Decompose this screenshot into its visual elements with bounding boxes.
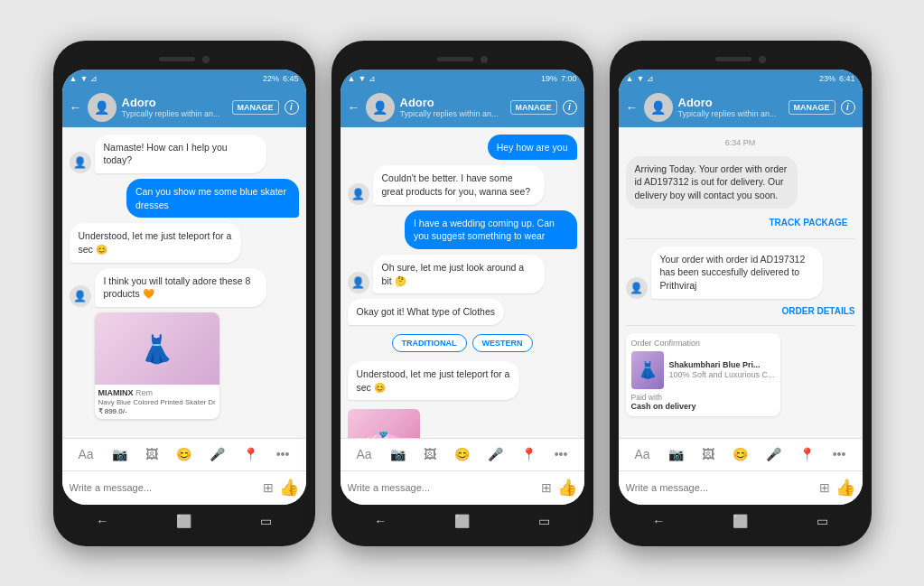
emoji-icon-1[interactable]: 😊 [176, 447, 191, 461]
bubble-3-1: Arriving Today. Your order with order id… [626, 156, 798, 209]
track-package-link[interactable]: TRACK PACKAGE [626, 214, 855, 231]
back-nav-3[interactable]: ← [652, 514, 665, 528]
network-icon-3: ⊿ [647, 74, 654, 83]
back-arrow-2[interactable]: ← [348, 100, 360, 115]
message-input-row-1: ⊞ 👍 [62, 470, 306, 505]
thumb-icon-1[interactable]: 👍 [279, 478, 299, 498]
manage-btn-3[interactable]: MANAGE [789, 100, 835, 115]
info-icon-2[interactable]: i [563, 100, 577, 115]
phone-inner-3: ▲ ▼ ⊿ 23% 6:41 ← 👤 Adoro Typically repli… [619, 70, 863, 505]
msg-row-3: Understood, let me just teleport for a s… [70, 223, 299, 262]
bubble-1-1: Namaste! How can I help you today? [95, 135, 267, 173]
more-icon-2[interactable]: ••• [555, 447, 568, 461]
header-name-3: Adoro [678, 96, 783, 109]
product-desc-1: Navy Blue Colored Printed Skater Dr [98, 398, 216, 406]
phone-3: ▲ ▼ ⊿ 23% 6:41 ← 👤 Adoro Typically repli… [610, 41, 872, 546]
paid-with-label: Paid with [631, 393, 775, 402]
bubble-1-3: Understood, let me just teleport for a s… [70, 223, 242, 262]
msg-row-2-3: I have a wedding coming up. Can you sugg… [348, 210, 577, 249]
battery-3: 23% [819, 74, 835, 83]
emoji-icon-2[interactable]: 😊 [454, 447, 470, 461]
back-arrow-3[interactable]: ← [626, 100, 639, 115]
sticker-icon-3[interactable]: ⊞ [819, 480, 830, 495]
mic-icon-1[interactable]: 🎤 [210, 447, 225, 461]
camera-icon-3[interactable]: 📷 [668, 447, 684, 461]
aa-icon-1[interactable]: Aa [79, 447, 94, 461]
option-western[interactable]: WESTERN [472, 334, 533, 352]
manage-btn-1[interactable]: MANAGE [232, 100, 279, 115]
info-icon-1[interactable]: i [285, 100, 299, 115]
speaker-3 [715, 57, 751, 61]
header-name-2: Adoro [400, 96, 505, 109]
location-icon-2[interactable]: 📍 [521, 447, 537, 461]
location-icon-3[interactable]: 📍 [799, 447, 815, 461]
order-item-info: Shakumbhari Blue Pri... 100% Soft and Lu… [669, 360, 775, 379]
camera-icon-2[interactable]: 📷 [390, 447, 406, 461]
home-nav-3[interactable]: ⬜ [733, 514, 748, 528]
thumb-icon-3[interactable]: 👍 [835, 478, 855, 498]
chat-header-1: ← 👤 Adoro Typically replies within an...… [62, 88, 306, 127]
recent-nav-3[interactable]: ▭ [817, 514, 828, 528]
order-card-title: Order Confirmation [631, 339, 775, 348]
chat-area-1: 👤 Namaste! How can I help you today? Can… [62, 127, 306, 438]
home-nav-2[interactable]: ⬜ [454, 514, 470, 528]
mic-icon-2[interactable]: 🎤 [488, 447, 503, 461]
toolbar-3: Aa 📷 🖼 😊 🎤 📍 ••• [619, 438, 863, 470]
divider-1 [626, 238, 855, 239]
more-icon-3[interactable]: ••• [833, 447, 846, 461]
manage-btn-2[interactable]: MANAGE [510, 100, 557, 115]
battery-1: 22% [263, 74, 279, 83]
mic-icon-3[interactable]: 🎤 [766, 447, 781, 461]
aa-icon-2[interactable]: Aa [357, 447, 372, 461]
info-icon-3[interactable]: i [841, 100, 855, 115]
recent-nav-2[interactable]: ▭ [538, 514, 550, 528]
bot-avatar-2: 👤 [70, 285, 91, 307]
status-left-3: ▲ ▼ ⊿ [626, 74, 816, 83]
bot-avatar-2-2: 👤 [348, 272, 369, 293]
thumb-icon-2[interactable]: 👍 [557, 478, 577, 498]
product-name-1: MIAMINX Rem [98, 388, 216, 397]
sticker-icon-2[interactable]: ⊞ [541, 480, 552, 495]
header-info-1: Adoro Typically replies within an... [122, 96, 227, 118]
phone-bottom-nav-2: ← ⬜ ▭ [341, 505, 584, 537]
msg-row-5: 👗 MIAMINX Rem Navy Blue Colored Printed … [70, 312, 299, 419]
product-price-1: ₹ 899.0/- [98, 407, 216, 415]
aa-icon-3[interactable]: Aa [635, 447, 650, 461]
header-avatar-1: 👤 [88, 93, 117, 122]
header-actions-2: MANAGE i [510, 100, 577, 115]
network-icon-1: ⊿ [90, 74, 98, 83]
camera-icon-1[interactable]: 📷 [112, 447, 127, 461]
message-input-3[interactable] [626, 482, 814, 493]
bubble-2-4: Oh sure, let me just look around a bit 🤔 [373, 255, 546, 293]
msg-row-2-7: 👘 [348, 405, 577, 437]
status-left-1: ▲ ▼ ⊿ [70, 74, 259, 83]
wifi-icon-1: ▼ [79, 74, 88, 83]
image-icon-3[interactable]: 🖼 [702, 447, 714, 461]
home-nav-1[interactable]: ⬜ [176, 514, 191, 528]
option-traditional[interactable]: TRADITIONAL [392, 334, 467, 352]
order-item-sub: 100% Soft and Luxurious C... [669, 370, 775, 379]
msg-row-1: 👤 Namaste! How can I help you today? [70, 135, 299, 173]
msg-row-3-3: Order Confirmation 👗 Shakumbhari Blue Pr… [626, 333, 855, 416]
message-input-row-2: ⊞ 👍 [341, 470, 584, 505]
camera-1 [202, 56, 210, 63]
header-avatar-3: 👤 [644, 93, 673, 122]
message-input-1[interactable] [70, 482, 257, 493]
emoji-icon-3[interactable]: 😊 [733, 447, 748, 461]
more-icon-1[interactable]: ••• [276, 447, 290, 461]
bot-avatar-2-1: 👤 [348, 183, 369, 205]
location-icon-1[interactable]: 📍 [243, 447, 258, 461]
back-nav-1[interactable]: ← [96, 514, 108, 528]
header-sub-2: Typically replies within an... [400, 109, 505, 118]
recent-nav-1[interactable]: ▭ [260, 514, 272, 528]
back-arrow-1[interactable]: ← [70, 100, 82, 115]
sticker-icon-1[interactable]: ⊞ [263, 480, 274, 495]
back-nav-2[interactable]: ← [374, 514, 387, 528]
msg-row-2-1: Hey how are you [348, 135, 577, 161]
image-icon-1[interactable]: 🖼 [145, 447, 158, 461]
image-icon-2[interactable]: 🖼 [424, 447, 436, 461]
message-input-2[interactable] [348, 482, 536, 493]
bubble-3-2: Your order with order id AD197312 has be… [651, 246, 824, 299]
order-details-link[interactable]: ORDER DETAILS [626, 304, 855, 318]
phone-inner-2: ▲ ▼ ⊿ 19% 7:00 ← 👤 Adoro Typically repli… [341, 70, 584, 505]
